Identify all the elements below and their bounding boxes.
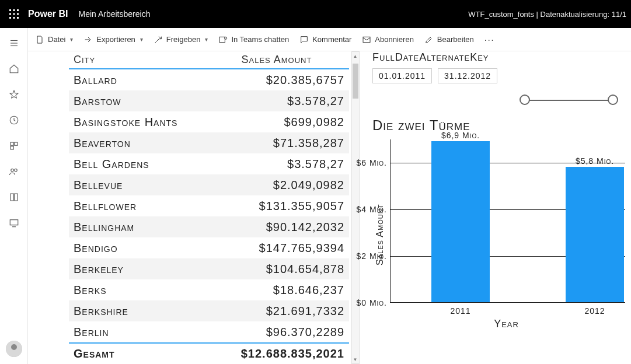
cell-amount: $96.370,2289: [209, 324, 344, 340]
screen-icon[interactable]: [0, 210, 28, 236]
table-total-row: Gesamt $12.688.835,2021: [69, 342, 349, 364]
cell-amount: $20.385,6757: [209, 72, 344, 88]
cell-amount: $71.358,287: [209, 135, 344, 151]
table-row[interactable]: Bendigo$147.765,9394: [69, 237, 349, 258]
svg-rect-7: [13, 17, 15, 19]
subscribe-label: Abonnieren: [375, 35, 414, 44]
chart-bar[interactable]: [431, 141, 490, 302]
people-icon[interactable]: [0, 159, 28, 184]
share-menu[interactable]: Freigeben ▾: [154, 35, 208, 44]
app-launcher-icon[interactable]: [5, 5, 23, 23]
bar-value-label: $6,9 Mio.: [420, 131, 501, 140]
chevron-down-icon: ▾: [205, 36, 208, 43]
svg-rect-6: [9, 17, 11, 19]
table-row[interactable]: Beaverton$71.358,287: [69, 132, 349, 153]
svg-rect-4: [13, 13, 15, 15]
cell-city: Bellflower: [74, 198, 209, 214]
slider-handle-from[interactable]: [520, 94, 530, 105]
cell-amount: $3.578,27: [209, 93, 344, 109]
table-header: City Sales Amount: [69, 51, 349, 69]
clock-icon[interactable]: [0, 107, 28, 133]
table-row[interactable]: Berks$18.646,237: [69, 279, 349, 300]
star-icon[interactable]: [0, 82, 28, 107]
y-tick-label: $6 Mio.: [351, 158, 387, 167]
edit-button[interactable]: Bearbeiten: [424, 35, 474, 44]
table-visual[interactable]: City Sales Amount Ballard$20.385,6757Bar…: [69, 51, 349, 364]
cell-city: Ballard: [74, 72, 209, 88]
table-row[interactable]: Ballard$20.385,6757: [69, 69, 349, 90]
edit-label: Bearbeiten: [437, 35, 474, 44]
scroll-up-icon[interactable]: ▲: [352, 52, 359, 60]
cell-city: Berks: [74, 282, 209, 298]
svg-rect-8: [17, 17, 19, 19]
column-header-amount[interactable]: Sales Amount: [209, 54, 344, 66]
table-row[interactable]: Berkshire$21.691,7332: [69, 300, 349, 321]
header-bar: Power BI Mein Arbeitsbereich WTF_custom_…: [0, 0, 631, 28]
export-label: Exportieren: [96, 35, 135, 44]
svg-rect-3: [9, 13, 11, 15]
svg-rect-14: [14, 142, 17, 145]
svg-point-16: [11, 169, 13, 172]
scroll-thumb[interactable]: [353, 64, 358, 99]
cell-city: Basingstoke Hants: [74, 114, 209, 130]
header-status: WTF_custom_fonts | Datenaktualisierung: …: [468, 10, 626, 19]
teams-button[interactable]: In Teams chatten: [218, 35, 289, 44]
cell-city: Barstow: [74, 93, 209, 109]
table-row[interactable]: Bellevue$2.049,0982: [69, 174, 349, 195]
book-icon[interactable]: [0, 184, 28, 210]
cell-city: Bell Gardens: [74, 156, 209, 172]
menu-icon[interactable]: [0, 30, 28, 56]
chevron-down-icon: ▾: [70, 36, 73, 43]
table-row[interactable]: Bellflower$131.355,9057: [69, 195, 349, 216]
app-icon[interactable]: [0, 133, 28, 159]
table-row[interactable]: Bellingham$90.142,2032: [69, 216, 349, 237]
table-row[interactable]: Basingstoke Hants$699,0982: [69, 111, 349, 132]
comment-button[interactable]: Kommentar: [299, 35, 351, 44]
workspace-name[interactable]: Mein Arbeitsbereich: [78, 9, 150, 19]
total-label: Gesamt: [74, 347, 209, 360]
file-label: Datei: [48, 35, 65, 44]
x-tick-label: 2011: [431, 306, 490, 316]
user-avatar[interactable]: [6, 341, 22, 357]
report-toolbar: Datei ▾ Exportieren ▾ Freigeben ▾ In Tea…: [28, 28, 631, 51]
cell-amount: $18.646,237: [209, 282, 344, 298]
cell-amount: $2.049,0982: [209, 177, 344, 193]
slider-handle-to[interactable]: [608, 94, 618, 105]
svg-rect-2: [17, 9, 19, 11]
svg-rect-5: [17, 13, 19, 15]
table-row[interactable]: Berlin$96.370,2289: [69, 321, 349, 342]
cell-city: Bellevue: [74, 177, 209, 193]
file-menu[interactable]: Datei ▾: [35, 35, 73, 44]
cell-amount: $3.578,27: [209, 156, 344, 172]
svg-rect-13: [11, 142, 13, 145]
cell-amount: $21.691,7332: [209, 303, 344, 319]
svg-rect-18: [10, 220, 18, 225]
subscribe-button[interactable]: Abonnieren: [362, 35, 414, 44]
cell-amount: $699,0982: [209, 114, 344, 130]
date-to-input[interactable]: 31.12.2012: [438, 68, 497, 83]
cell-city: Berlin: [74, 324, 209, 340]
column-header-city[interactable]: City: [74, 54, 209, 66]
share-label: Freigeben: [166, 35, 201, 44]
slicer-title: FullDateAlternateKey: [372, 51, 625, 64]
x-tick-label: 2012: [566, 306, 624, 316]
date-range-slider[interactable]: [384, 92, 619, 109]
export-menu[interactable]: Exportieren ▾: [83, 35, 142, 44]
svg-rect-1: [13, 9, 15, 11]
home-icon[interactable]: [0, 56, 28, 82]
cell-amount: $131.355,9057: [209, 198, 344, 214]
scroll-down-icon[interactable]: ▼: [352, 355, 359, 363]
product-name: Power BI: [28, 9, 68, 19]
table-row[interactable]: Barstow$3.578,27: [69, 90, 349, 111]
bar-chart[interactable]: Sales Amount $0 Mio.$2 Mio.$4 Mio.$6 Mio…: [372, 139, 625, 330]
svg-rect-0: [9, 9, 11, 11]
date-from-input[interactable]: 01.01.2011: [372, 68, 432, 83]
svg-rect-20: [219, 37, 225, 42]
more-options-button[interactable]: ···: [484, 35, 495, 44]
svg-rect-22: [363, 37, 370, 42]
table-row[interactable]: Berkeley$104.654,878: [69, 258, 349, 279]
svg-rect-15: [11, 146, 13, 149]
teams-label: In Teams chatten: [231, 35, 289, 44]
table-row[interactable]: Bell Gardens$3.578,27: [69, 153, 349, 174]
chart-bar[interactable]: [566, 167, 624, 302]
